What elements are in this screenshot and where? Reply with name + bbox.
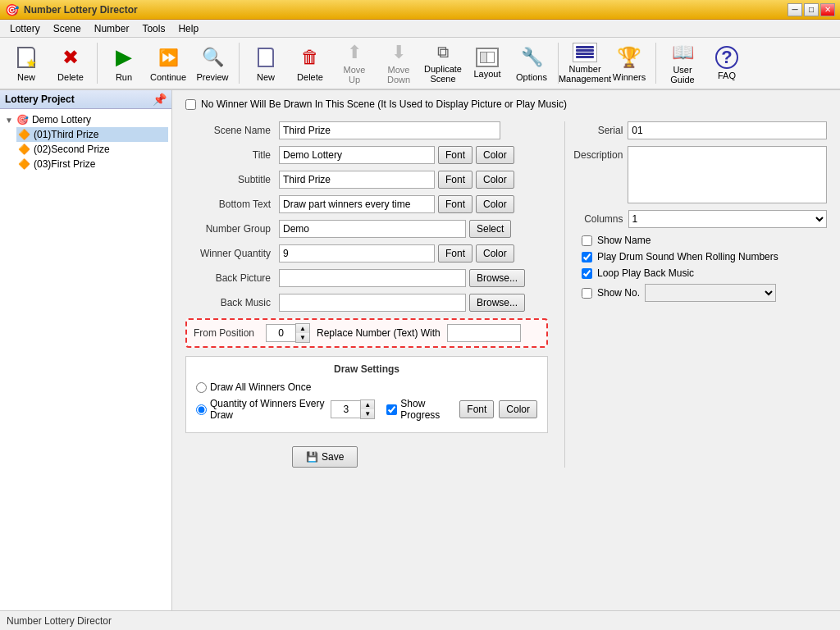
toolbar-delete-scene[interactable]: 🗑 Delete [289, 40, 331, 86]
restore-button[interactable]: □ [804, 3, 819, 16]
show-name-checkbox[interactable] [582, 235, 592, 246]
title-font-button[interactable]: Font [438, 146, 472, 164]
status-text: Number Lottery Director [7, 615, 112, 627]
minimize-button[interactable]: ─ [788, 3, 802, 16]
menu-number[interactable]: Number [88, 21, 136, 36]
close-button[interactable]: ✕ [820, 3, 835, 16]
toolbar-num-management[interactable]: NumberManagement [564, 40, 606, 86]
description-textarea[interactable] [628, 146, 827, 203]
winner-quantity-color-button[interactable]: Color [476, 244, 514, 262]
back-music-input[interactable] [279, 294, 466, 312]
bottom-text-input[interactable] [279, 195, 435, 213]
continue-icon: ⏩ [155, 44, 181, 71]
root-icon: 🎯 [16, 114, 29, 126]
save-button[interactable]: 💾 Save [292, 446, 358, 468]
menu-lottery[interactable]: Lottery [3, 21, 47, 36]
subtitle-input[interactable] [279, 171, 435, 189]
toolbar-user-guide[interactable]: 📖 UserGuide [661, 40, 704, 86]
tree-item-third-prize[interactable]: 🔶 (01)Third Prize [16, 127, 168, 142]
tree-item-first-prize[interactable]: 🔶 (03)First Prize [16, 157, 168, 171]
toolbar-layout[interactable]: Layout [466, 40, 509, 86]
number-group-input[interactable] [279, 220, 466, 238]
toolbar-move-up[interactable]: ⬆ MoveUp [333, 40, 376, 86]
user-guide-label: UserGuide [670, 65, 694, 84]
show-no-select[interactable] [645, 284, 776, 302]
toolbar: ★ New ✖ Delete ▶ Run ⏩ Continue 🔍 Previe… [0, 38, 840, 90]
subtitle-row: Subtitle Font Color [185, 171, 548, 189]
quantity-every-draw-radio[interactable] [196, 404, 207, 415]
show-progress-checkbox[interactable] [386, 404, 397, 415]
bottom-text-font-button[interactable]: Font [438, 195, 472, 213]
draw-all-once-radio[interactable] [196, 382, 207, 393]
quantity-input[interactable] [331, 400, 360, 418]
scene-name-input[interactable] [279, 121, 500, 139]
spinner-down[interactable]: ▼ [296, 333, 309, 342]
subtitle-label: Subtitle [185, 174, 276, 185]
toolbar-new-scene[interactable]: New [244, 40, 287, 86]
title-input[interactable] [279, 146, 435, 164]
from-position-input[interactable] [266, 324, 295, 342]
toolbar-new-lottery[interactable]: ★ New [5, 40, 48, 86]
loop-play-checkbox[interactable] [582, 268, 592, 279]
toolbar-options[interactable]: 🔧 Options [510, 40, 553, 86]
toolbar-winners[interactable]: 🏆 Winners [608, 40, 651, 86]
show-no-checkbox[interactable] [582, 288, 592, 299]
toolbar-run[interactable]: ▶ Run [103, 40, 145, 86]
play-drum-checkbox[interactable] [582, 252, 592, 262]
no-winner-row: No Winner Will Be Drawn In This Scene (I… [185, 98, 827, 110]
first-prize-label: (03)First Prize [34, 158, 95, 170]
toolbar-continue[interactable]: ⏩ Continue [147, 40, 189, 86]
winners-label: Winners [613, 72, 646, 82]
move-down-label: MoveDown [387, 65, 410, 84]
num-management-icon [573, 43, 597, 62]
expand-icon[interactable]: ▼ [5, 116, 13, 125]
show-name-label: Show Name [597, 235, 651, 246]
spinner-up[interactable]: ▲ [296, 324, 309, 333]
title-color-button[interactable]: Color [476, 146, 514, 164]
layout-icon [476, 48, 499, 67]
progress-font-button[interactable]: Font [459, 400, 494, 418]
loop-play-row: Loop Play Back Music [582, 267, 827, 279]
quantity-every-draw-label[interactable]: Quantity of Winners Every Draw [196, 398, 326, 421]
serial-input[interactable] [628, 121, 827, 139]
columns-row: Columns 1 2 3 4 [573, 210, 827, 228]
form-section: Scene Name Title Font Color Subtitle Fon… [185, 121, 827, 468]
tree-root[interactable]: ▼ 🎯 Demo Lottery [3, 112, 168, 127]
replace-label: Replace Number (Text) With [317, 327, 441, 339]
back-picture-label: Back Picture [185, 272, 276, 284]
quantity-every-draw-text: Quantity of Winners Every Draw [210, 398, 326, 421]
back-music-browse-button[interactable]: Browse... [469, 294, 525, 312]
quantity-spinner-up[interactable]: ▲ [361, 400, 374, 409]
menu-tools[interactable]: Tools [135, 21, 171, 36]
tree-item-second-prize[interactable]: 🔶 (02)Second Prize [16, 142, 168, 157]
winner-quantity-input[interactable] [279, 244, 435, 262]
toolbar-delete-lottery[interactable]: ✖ Delete [49, 40, 92, 86]
winner-quantity-font-button[interactable]: Font [438, 244, 472, 262]
show-name-row: Show Name [582, 235, 827, 246]
no-winner-checkbox[interactable] [185, 99, 196, 110]
menu-help[interactable]: Help [171, 21, 205, 36]
toolbar-faq[interactable]: ? FAQ [705, 40, 748, 86]
show-progress-label[interactable]: Show Progress [386, 398, 454, 421]
toolbar-move-down[interactable]: ⬇ MoveDown [377, 40, 420, 86]
back-picture-browse-button[interactable]: Browse... [469, 269, 525, 287]
replace-input[interactable] [447, 324, 521, 342]
toolbar-preview[interactable]: 🔍 Preview [191, 40, 234, 86]
quantity-spinner-down[interactable]: ▼ [361, 409, 374, 418]
back-picture-input[interactable] [279, 269, 466, 287]
number-group-select-button[interactable]: Select [469, 220, 511, 238]
columns-select[interactable]: 1 2 3 4 [628, 210, 827, 228]
pin-icon[interactable]: 📌 [153, 93, 167, 106]
sidebar-title: Lottery Project [5, 94, 75, 105]
toolbar-duplicate-scene[interactable]: ⧉ DuplicateScene [422, 40, 464, 86]
description-row: Description [573, 146, 827, 203]
subtitle-color-button[interactable]: Color [476, 171, 514, 189]
subtitle-font-button[interactable]: Font [438, 171, 472, 189]
draw-all-once-label[interactable]: Draw All Winners Once [196, 381, 311, 393]
menu-bar: Lottery Scene Number Tools Help [0, 20, 840, 38]
progress-color-button[interactable]: Color [499, 400, 537, 418]
menu-scene[interactable]: Scene [47, 21, 88, 36]
bottom-text-color-button[interactable]: Color [476, 195, 514, 213]
title-bar-buttons: ─ □ ✕ [788, 3, 835, 16]
loop-play-label: Loop Play Back Music [597, 267, 694, 279]
